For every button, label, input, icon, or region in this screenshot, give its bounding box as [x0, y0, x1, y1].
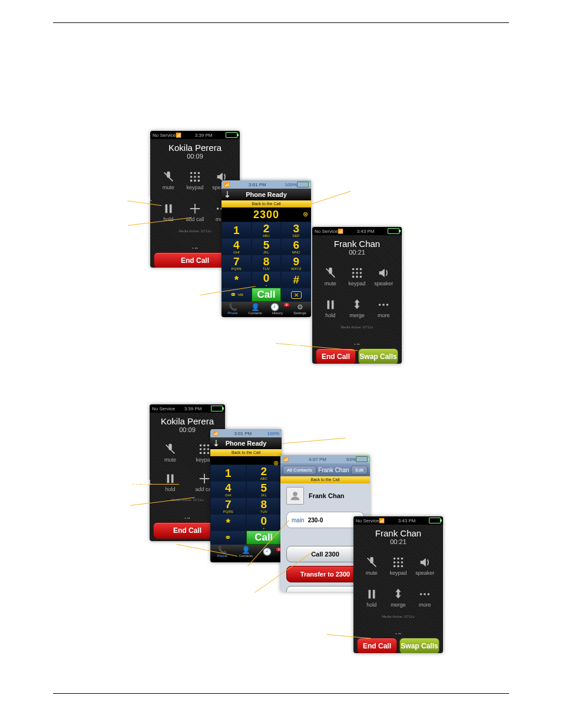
swap-calls-button[interactable]: Swap Calls [399, 638, 439, 653]
clock-label: 3:39 PM [175, 406, 211, 411]
clear-number-button[interactable]: ⊗ [273, 459, 279, 467]
mute-button[interactable]: mute [317, 261, 343, 292]
tab-settings[interactable]: ⚙Settings [289, 302, 311, 316]
plus-icon [198, 472, 211, 485]
call-duration: 00:21 [353, 538, 443, 549]
call-button[interactable]: Call [246, 531, 282, 545]
end-call-button[interactable]: End Call [316, 348, 356, 364]
key-4[interactable]: 4GHI [210, 481, 246, 498]
key-8[interactable]: 8TUV [246, 498, 282, 514]
ellipsis-icon [418, 588, 431, 601]
merge-button[interactable]: merge [343, 292, 370, 324]
battery-icon [356, 456, 368, 462]
nav-bar: All Contacts Frank Chan Edit [280, 463, 370, 476]
swap-calls-button[interactable]: Swap Calls [358, 348, 398, 364]
key-1[interactable]: 1 [210, 465, 246, 481]
contact-action-cancel[interactable]: Cancel [286, 586, 364, 592]
keypad-button[interactable]: keypad [385, 550, 411, 582]
hold-label: hold [163, 216, 173, 222]
hold-button[interactable]: hold [358, 582, 385, 614]
nav-back-button[interactable]: All Contacts [283, 466, 316, 475]
annot-b-add-call: To place a second call, tap add call. [59, 479, 152, 486]
section-text-2: Tap add call, then tap Contacts and sele… [54, 389, 508, 398]
annot-tap-call: Tap Call. [177, 296, 200, 302]
key-5[interactable]: 5JKL [246, 481, 282, 498]
hold-button[interactable]: hold [317, 292, 343, 324]
key-7[interactable]: 7PQRS [210, 498, 246, 514]
annot-b-swap: Tap Swap Calls to switch between the two… [206, 637, 331, 643]
key-9[interactable]: 9WXYZ [281, 255, 311, 271]
voicemail-button[interactable]: ⚭ VM [222, 288, 252, 302]
tab-phone[interactable]: 📞Phone [210, 545, 234, 559]
more-button[interactable]: more [412, 582, 438, 614]
svg-rect-23 [327, 301, 329, 309]
key-hash[interactable]: # [281, 271, 311, 288]
clear-number-button[interactable]: ⊗ [303, 210, 308, 218]
dialer-title-bar: ⇣ Phone Ready [210, 437, 282, 449]
call-button[interactable]: Call [252, 288, 282, 302]
svg-point-22 [360, 276, 362, 278]
svg-point-3 [190, 176, 193, 178]
mute-button[interactable]: mute [153, 438, 187, 467]
mute-button[interactable]: mute [358, 550, 385, 582]
svg-point-21 [356, 276, 358, 278]
add-call-button[interactable]: add call [181, 196, 208, 228]
section-subhead-1: Using the Dialpad [54, 94, 508, 103]
key-0[interactable]: 0+ [252, 271, 282, 288]
merge-button[interactable]: merge [385, 582, 411, 614]
key-6[interactable]: 6MNO [281, 238, 311, 255]
key-7[interactable]: 7PQRS [222, 255, 252, 271]
key-star[interactable]: * [222, 271, 252, 288]
call-screen-frank-top: No Service 📶 3:43 PM Frank Chan 00:21 mu… [312, 227, 402, 364]
battery-icon [226, 132, 237, 138]
end-call-button[interactable]: End Call [357, 638, 397, 653]
section-intro: While on a call, you can place a second … [54, 47, 508, 56]
merge-icon [392, 588, 405, 601]
hold-button[interactable]: hold [155, 196, 181, 228]
contact-action-transfer[interactable]: Transfer to 2300 [286, 566, 364, 582]
keypad-button[interactable]: keypad [181, 164, 208, 196]
caller-name: Kokila Perera [150, 413, 225, 426]
key-5[interactable]: 5JKL [252, 238, 282, 255]
number-value: 230-0 [308, 517, 323, 523]
key-4[interactable]: 4GHI [222, 238, 252, 255]
call-controls: mute keypad speaker hold merge more [353, 549, 443, 615]
pause-icon [324, 298, 337, 311]
key-8[interactable]: 8TUV [252, 255, 282, 271]
tab-contacts[interactable]: 👤Contacts [234, 545, 257, 559]
key-2[interactable]: 2ABC [246, 465, 282, 481]
hold-button[interactable]: hold [153, 467, 187, 497]
svg-rect-50 [372, 590, 375, 599]
keypad-button[interactable]: keypad [343, 261, 370, 292]
contact-action-call[interactable]: Call 2300 [286, 546, 364, 562]
nav-edit-button[interactable]: Edit [351, 466, 368, 475]
carrier-label: No Service [356, 518, 379, 523]
caller-name: Frank Chan [353, 525, 443, 538]
contact-number-cell[interactable]: main 230-0 [286, 512, 364, 528]
back-to-call-banner[interactable]: Back to the Call [280, 476, 370, 483]
key-0[interactable]: 0+ [246, 514, 282, 531]
caller-name: Frank Chan [312, 235, 402, 249]
queue-icon[interactable]: ⇣ [224, 190, 231, 199]
tab-contacts[interactable]: 👤Contacts [244, 302, 266, 316]
key-star[interactable]: * [210, 514, 246, 531]
mute-button[interactable]: mute [155, 164, 181, 196]
svg-point-16 [360, 268, 362, 271]
tab-phone[interactable]: 📞Phone [222, 302, 244, 316]
more-button[interactable]: more [371, 292, 397, 324]
backspace-button[interactable]: ✕ [281, 288, 311, 302]
back-to-call-banner[interactable]: Back to the Call [210, 449, 282, 456]
speaker-button[interactable]: speaker [371, 261, 397, 292]
tab-history[interactable]: 🕘9History [266, 302, 289, 316]
top-rule [53, 22, 509, 23]
back-to-call-banner[interactable]: Back to the Call [222, 200, 311, 207]
queue-icon[interactable]: ⇣ [213, 439, 220, 448]
key-1[interactable]: 1 [222, 222, 252, 238]
key-3[interactable]: 3DEF [281, 222, 311, 238]
dialed-number-row: ⊗ [210, 456, 282, 465]
key-2[interactable]: 2ABC [252, 222, 282, 238]
tab-history[interactable]: 🕘9 [258, 545, 282, 559]
speaker-button[interactable]: speaker [412, 550, 438, 582]
pause-icon [365, 588, 378, 601]
voicemail-button[interactable]: ⚭ [210, 531, 246, 545]
